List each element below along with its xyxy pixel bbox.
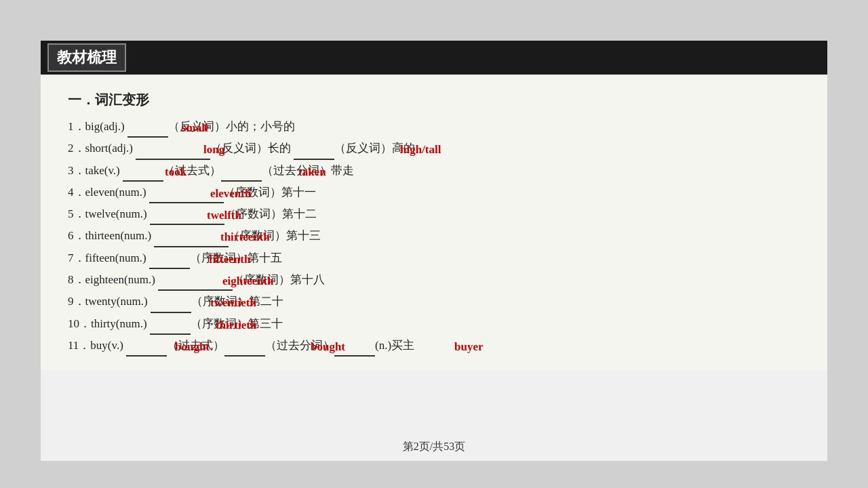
answer-bought2: bought bbox=[311, 336, 345, 358]
list-item: 2．short(adj.) （反义词）长的 （反义词）高的 long high/… bbox=[68, 138, 800, 159]
page-footer: 第2页/共53页 bbox=[41, 440, 827, 454]
answer-thirtieth: thirtieth bbox=[216, 314, 256, 336]
list-item: 1．big(adj.) （反义词）小的；小号的 small bbox=[68, 116, 800, 138]
vocab-list: 1．big(adj.) （反义词）小的；小号的 small 2．short(ad… bbox=[68, 116, 800, 357]
answer-fifteenth: fifteenth bbox=[209, 249, 250, 270]
list-item: 3．take(v.) （过去式）（过去分词）带走 took taken bbox=[68, 160, 800, 182]
list-item: 8．eighteen(num.) （序数词）第十八 eighteenth bbox=[68, 269, 800, 291]
answer-long: long bbox=[203, 139, 224, 161]
list-item: 11．buy(v.) （过去式）（过去分词）(n.)买主 bought boug… bbox=[68, 335, 800, 357]
answer-small: small bbox=[182, 117, 208, 139]
answer-twelfth: twelfth bbox=[207, 205, 241, 226]
answer-eleventh: eleventh bbox=[210, 183, 251, 205]
header-title-box: 教材梳理 bbox=[47, 43, 126, 72]
answer-high: high/tall bbox=[400, 139, 441, 161]
content-area: 一．词汇变形 1．big(adj.) （反义词）小的；小号的 small 2．s… bbox=[41, 77, 827, 370]
content-wrapper: 1．big(adj.) （反义词）小的；小号的 small 2．short(ad… bbox=[68, 116, 800, 357]
page-number: 第2页/共53页 bbox=[403, 441, 465, 452]
answer-bought1: bought bbox=[175, 336, 210, 358]
section-title: 一．词汇变形 bbox=[68, 91, 800, 109]
answer-thirteenth: thirteenth bbox=[220, 226, 270, 248]
list-item: 5．twelve(num.) （序数词）第十二 twelfth bbox=[68, 203, 800, 225]
header-title: 教材梳理 bbox=[57, 49, 117, 66]
main-container: 教材梳理 一．词汇变形 1．big(adj.) （反义词）小的；小号的 smal… bbox=[41, 41, 827, 461]
header-banner: 教材梳理 bbox=[41, 41, 827, 75]
answer-taken: taken bbox=[298, 161, 326, 183]
answer-twentieth: twentieth bbox=[210, 292, 256, 314]
list-item: 6．thirteen(num.) （序数词）第十三 thirteenth bbox=[68, 225, 800, 247]
list-item: 10．thirty(num.) （序数词）第三十 thirtieth bbox=[68, 313, 800, 335]
answer-took: took bbox=[165, 161, 186, 183]
list-item: 7．fifteen(num.) （序数词）第十五 fifteenth bbox=[68, 247, 800, 269]
answer-eighteenth: eighteenth bbox=[222, 270, 274, 292]
answer-buyer: buyer bbox=[454, 336, 484, 358]
list-item: 9．twenty(num.) （序数词）第二十 twentieth bbox=[68, 291, 800, 312]
list-item: 4．eleven(num.) （序数词）第十一 eleventh bbox=[68, 182, 800, 203]
